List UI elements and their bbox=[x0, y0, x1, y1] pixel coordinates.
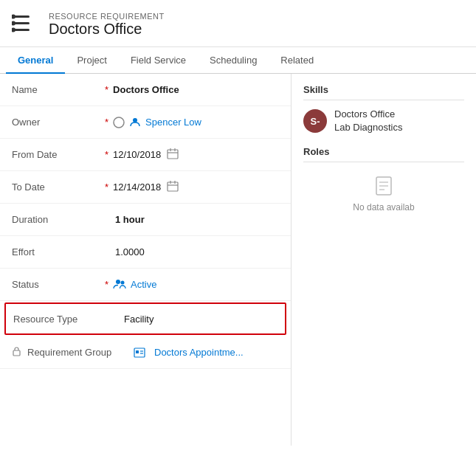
effort-label: Effort bbox=[12, 246, 100, 257]
roles-section: Roles No data availab bbox=[303, 146, 464, 212]
no-data-roles: No data availab bbox=[303, 174, 464, 212]
resource-type-row: Resource Type Facility bbox=[4, 302, 286, 335]
resource-type-value: Facility bbox=[102, 314, 277, 325]
skills-item: S- Doctors OfficeLab Diagnostics bbox=[303, 108, 464, 134]
owner-lookup-icon bbox=[113, 117, 125, 128]
tab-project[interactable]: Project bbox=[65, 47, 118, 73]
name-required: * bbox=[105, 84, 108, 95]
svg-rect-12 bbox=[168, 182, 178, 191]
to-date-field: 12/14/2018 bbox=[113, 180, 179, 194]
name-label: Name bbox=[12, 84, 100, 95]
skills-avatar-initials: S- bbox=[311, 116, 320, 127]
to-date-value: 12/14/2018 bbox=[113, 181, 161, 193]
to-date-required: * bbox=[105, 181, 108, 193]
no-data-icon bbox=[372, 174, 396, 198]
svg-point-3 bbox=[12, 15, 15, 19]
owner-required: * bbox=[105, 117, 108, 128]
main-content: Name * Doctors Office Owner * Spencer Lo… bbox=[0, 74, 476, 446]
to-date-calendar-icon[interactable] bbox=[167, 180, 179, 194]
duration-value: 1 hour bbox=[115, 214, 279, 225]
resource-type-label: Resource Type bbox=[13, 314, 102, 325]
owner-person-icon bbox=[129, 117, 141, 128]
status-required: * bbox=[105, 279, 108, 290]
skills-item-text: Doctors OfficeLab Diagnostics bbox=[334, 108, 403, 134]
svg-point-5 bbox=[12, 28, 15, 32]
tab-scheduling[interactable]: Scheduling bbox=[198, 47, 269, 73]
left-panel: Name * Doctors Office Owner * Spencer Lo… bbox=[0, 74, 292, 446]
tab-related[interactable]: Related bbox=[269, 47, 325, 73]
owner-row: Owner * Spencer Low bbox=[0, 106, 291, 139]
req-group-label: Requirement Group bbox=[27, 347, 116, 358]
roles-title: Roles bbox=[303, 146, 464, 162]
page-header: RESOURCE REQUIREMENT Doctors Office bbox=[0, 0, 476, 47]
svg-rect-20 bbox=[136, 350, 139, 353]
status-row: Status * Active bbox=[0, 269, 291, 301]
resource-requirement-icon bbox=[12, 10, 38, 39]
req-group-lookup-icon bbox=[134, 347, 145, 359]
duration-label: Duration bbox=[12, 214, 100, 225]
effort-value: 1.0000 bbox=[115, 246, 279, 257]
name-value: Doctors Office bbox=[113, 84, 279, 95]
svg-rect-8 bbox=[168, 150, 178, 159]
owner-field[interactable]: Spencer Low bbox=[113, 117, 201, 128]
status-field: Active bbox=[113, 279, 156, 291]
header-title: Doctors Office bbox=[49, 21, 165, 38]
req-group-value[interactable]: Doctors Appointme... bbox=[154, 347, 279, 358]
svg-point-4 bbox=[12, 21, 15, 26]
name-row: Name * Doctors Office bbox=[0, 74, 291, 106]
header-subtitle: RESOURCE REQUIREMENT bbox=[49, 12, 165, 21]
svg-point-6 bbox=[114, 117, 124, 128]
svg-point-16 bbox=[116, 280, 120, 284]
tab-field-service[interactable]: Field Service bbox=[119, 47, 198, 73]
req-group-row: Requirement Group Doctors Appointme... bbox=[0, 336, 291, 369]
svg-rect-1 bbox=[13, 22, 30, 24]
skills-title: Skills bbox=[303, 84, 464, 100]
from-date-field: 12/10/2018 bbox=[113, 148, 179, 162]
svg-rect-2 bbox=[13, 29, 30, 31]
duration-row: Duration 1 hour bbox=[0, 204, 291, 236]
status-people-icon bbox=[113, 279, 126, 291]
svg-point-17 bbox=[121, 280, 125, 284]
owner-value: Spencer Low bbox=[145, 117, 201, 128]
right-panel: Skills S- Doctors OfficeLab Diagnostics … bbox=[292, 74, 476, 446]
skills-avatar: S- bbox=[303, 109, 327, 133]
from-date-label: From Date bbox=[12, 149, 100, 160]
svg-point-7 bbox=[133, 118, 137, 122]
effort-row: Effort 1.0000 bbox=[0, 236, 291, 269]
tab-general[interactable]: General bbox=[6, 47, 65, 73]
svg-rect-0 bbox=[13, 15, 30, 18]
header-meta: RESOURCE REQUIREMENT Doctors Office bbox=[49, 12, 165, 38]
status-label: Status bbox=[12, 279, 100, 290]
from-date-calendar-icon[interactable] bbox=[167, 148, 179, 162]
nav-tabs: General Project Field Service Scheduling… bbox=[0, 47, 476, 74]
from-date-value: 12/10/2018 bbox=[113, 149, 161, 160]
from-date-row: From Date * 12/10/2018 bbox=[0, 139, 291, 171]
owner-label: Owner bbox=[12, 117, 100, 128]
from-date-required: * bbox=[105, 149, 108, 160]
to-date-row: To Date * 12/14/2018 bbox=[0, 171, 291, 204]
svg-rect-18 bbox=[13, 350, 20, 356]
status-value[interactable]: Active bbox=[131, 279, 156, 290]
no-data-text: No data availab bbox=[353, 202, 414, 212]
to-date-label: To Date bbox=[12, 181, 100, 193]
lock-icon bbox=[12, 346, 21, 359]
